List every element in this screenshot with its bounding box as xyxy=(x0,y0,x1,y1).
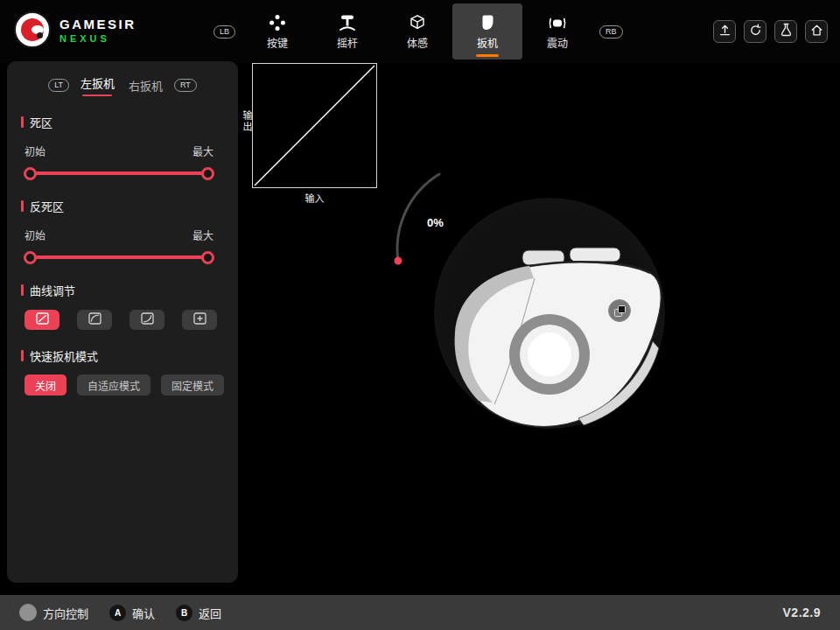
curve-preset-row xyxy=(24,310,220,330)
nav-label: 体感 xyxy=(407,35,428,50)
trigger-icon xyxy=(480,14,495,32)
lb-badge: LB xyxy=(214,25,235,38)
min-label: 初始 xyxy=(24,144,46,158)
nav-label: 按键 xyxy=(267,35,288,50)
vibration-icon xyxy=(547,14,568,32)
slider-handle-min[interactable] xyxy=(24,251,37,264)
nav-label: 扳机 xyxy=(477,35,498,50)
joystick-icon xyxy=(338,14,357,32)
motion-sense-icon xyxy=(409,14,426,32)
hint-label: 返回 xyxy=(199,605,221,621)
rb-badge: RB xyxy=(599,25,623,38)
main-nav: LB 按键 摇杆 体感 xyxy=(206,0,630,63)
app-version: V2.2.9 xyxy=(783,606,821,620)
section-label: 死区 xyxy=(30,114,52,130)
section-accent-bar xyxy=(21,350,24,361)
max-label: 最大 xyxy=(192,228,214,242)
b-button-badge: B xyxy=(176,605,192,621)
anti-deadzone-slider-labels: 初始 最大 xyxy=(24,228,214,242)
anti-deadzone-section-title: 反死区 xyxy=(21,198,238,214)
flip-view-button[interactable] xyxy=(608,299,631,322)
quick-mode-row: 关闭 自适应模式 固定模式 xyxy=(24,374,220,396)
mode-label: 自适应模式 xyxy=(88,378,140,393)
nav-item-vibration[interactable]: 震动 xyxy=(522,4,592,60)
slider-handle-min[interactable] xyxy=(24,167,37,180)
logo-swirl-dot xyxy=(37,32,43,38)
flask-icon xyxy=(780,23,793,40)
home-button[interactable] xyxy=(805,20,828,43)
upload-button[interactable] xyxy=(713,20,736,43)
quick-mode-adaptive-button[interactable]: 自适应模式 xyxy=(77,374,150,396)
max-label: 最大 xyxy=(192,144,214,158)
trigger-button-shape xyxy=(570,248,620,262)
controller-trigger-illustration xyxy=(424,238,678,435)
slider-handle-max[interactable] xyxy=(201,167,214,180)
min-label: 初始 xyxy=(24,228,46,242)
deadzone-section-title: 死区 xyxy=(21,114,238,130)
lt-badge: LT xyxy=(48,79,69,92)
chart-x-axis-label: 输入 xyxy=(252,191,377,205)
trigger-tabs: LT 左扳机 右扳机 RT xyxy=(7,61,238,96)
active-nav-underline xyxy=(476,54,499,57)
reset-button[interactable] xyxy=(744,20,766,43)
curve-ease-in-button[interactable] xyxy=(130,310,164,330)
top-bar: GAMESIR NEXUS LB 按键 摇杆 xyxy=(0,0,840,63)
tab-right-trigger[interactable]: 右扳机 xyxy=(129,77,163,94)
curve-section-title: 曲线调节 xyxy=(21,282,238,298)
deadzone-slider-labels: 初始 最大 xyxy=(24,144,214,158)
section-accent-bar xyxy=(21,116,24,128)
curve-custom-icon xyxy=(193,312,206,328)
nav-item-joystick[interactable]: 摇杆 xyxy=(312,4,382,60)
brand-name: GAMESIR xyxy=(60,17,136,32)
quick-mode-section-title: 快速扳机模式 xyxy=(21,347,238,364)
nav-label: 摇杆 xyxy=(337,35,358,50)
mode-label: 固定模式 xyxy=(172,378,214,393)
dpad-buttons-icon xyxy=(268,14,287,32)
slider-track[interactable] xyxy=(24,172,214,175)
dpad-badge-icon xyxy=(19,604,37,621)
section-accent-bar xyxy=(21,200,24,212)
nav-label: 震动 xyxy=(547,35,568,50)
section-accent-bar xyxy=(21,284,24,296)
flip-view-icon xyxy=(614,305,626,317)
brand: GAMESIR NEXUS xyxy=(14,11,136,48)
upload-icon xyxy=(718,24,732,40)
curve-linear-icon xyxy=(36,312,49,328)
test-button[interactable] xyxy=(774,20,797,43)
hint-confirm: A 确认 xyxy=(109,605,155,621)
nav-item-motion[interactable]: 体感 xyxy=(382,4,452,60)
quick-mode-fixed-button[interactable]: 固定模式 xyxy=(161,374,224,396)
active-tab-underline xyxy=(82,94,112,96)
thumbstick-cap xyxy=(528,332,571,376)
nav-item-buttons[interactable]: 按键 xyxy=(242,4,312,60)
tab-label: 右扳机 xyxy=(129,80,163,93)
deadzone-slider[interactable] xyxy=(24,166,214,180)
quick-mode-off-button[interactable]: 关闭 xyxy=(24,374,66,396)
curve-ease-out-button[interactable] xyxy=(77,310,112,330)
header-actions xyxy=(713,20,828,43)
curve-ease-in-icon xyxy=(141,312,154,328)
brand-text: GAMESIR NEXUS xyxy=(60,17,136,44)
slider-track[interactable] xyxy=(24,256,214,259)
anti-deadzone-slider[interactable] xyxy=(24,250,214,264)
section-label: 快速扳机模式 xyxy=(30,347,98,364)
curve-linear-button[interactable] xyxy=(24,310,60,330)
bottom-hint-bar: 方向控制 A 确认 B 返回 V2.2.9 xyxy=(0,595,840,630)
slider-handle-max[interactable] xyxy=(201,251,214,264)
hint-back: B 返回 xyxy=(176,605,221,621)
section-label: 曲线调节 xyxy=(30,282,75,298)
rt-badge: RT xyxy=(174,79,197,92)
curve-custom-button[interactable] xyxy=(182,310,217,330)
hint-direction: 方向控制 xyxy=(19,604,88,621)
hint-label: 方向控制 xyxy=(43,605,88,621)
trigger-curve-chart xyxy=(252,63,377,188)
gamesir-logo-icon xyxy=(14,11,51,48)
reset-icon xyxy=(749,24,762,40)
gauge-marker-dot xyxy=(395,257,402,265)
a-button-badge: A xyxy=(109,605,126,621)
tab-label: 左扳机 xyxy=(80,77,115,90)
tab-left-trigger[interactable]: 左扳机 xyxy=(80,74,115,96)
nav-item-trigger[interactable]: 扳机 xyxy=(452,4,522,60)
curve-line xyxy=(253,64,376,187)
app-root: GAMESIR NEXUS LB 按键 摇杆 xyxy=(0,0,840,630)
